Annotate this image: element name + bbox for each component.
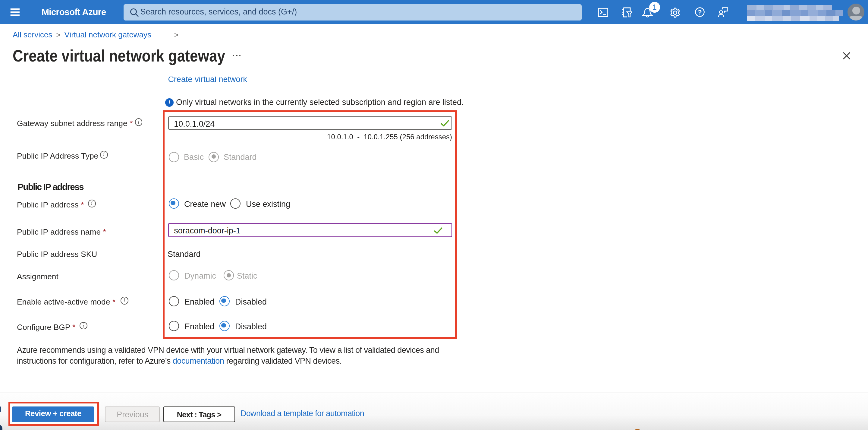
svg-text:?: ? [698, 8, 702, 16]
